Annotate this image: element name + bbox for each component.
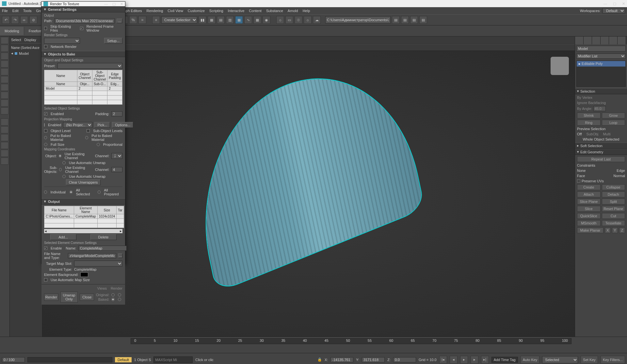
constraint-face[interactable]: Face: [577, 174, 585, 178]
tree-item[interactable]: ◂ Model: [11, 51, 41, 56]
proj-enabled-check[interactable]: [44, 123, 45, 127]
filter-space-icon[interactable]: [1, 84, 8, 91]
ribbon-tab-modeling[interactable]: Modeling: [0, 27, 24, 35]
se-sort-header[interactable]: Name (Sorted Asce: [11, 46, 41, 50]
section-selection[interactable]: ▾ Selection: [575, 88, 627, 94]
next-frame-icon[interactable]: ▸: [471, 356, 478, 364]
maximize-icon[interactable]: ▢: [613, 2, 616, 6]
scroll-right-icon[interactable]: ▸: [120, 229, 122, 233]
unwrap-only-button[interactable]: Unwrap Only: [60, 292, 78, 303]
object-name-input[interactable]: [576, 46, 626, 52]
menu-item[interactable]: Interactive: [228, 9, 245, 13]
menu-item[interactable]: File: [2, 9, 8, 13]
cp-utilities-icon[interactable]: [618, 37, 626, 44]
scroll-left-icon[interactable]: ◂: [45, 229, 47, 233]
options-button[interactable]: Options...: [112, 122, 133, 128]
skip-existing-check[interactable]: [44, 27, 47, 30]
layers-icon[interactable]: ▤: [217, 16, 225, 24]
dialog-minimize-icon[interactable]: —: [104, 2, 108, 6]
saveas-icon[interactable]: ▤: [419, 16, 427, 24]
delete-button[interactable]: Delete: [90, 234, 117, 240]
cp-motion-icon[interactable]: [601, 37, 609, 44]
grow-button[interactable]: Grow: [602, 113, 625, 118]
proj-modifier-select[interactable]: (No Projec…Modifier): [63, 122, 92, 128]
filter-geom-icon[interactable]: [1, 45, 8, 52]
dialog-close-icon[interactable]: ✕: [120, 2, 123, 6]
repeat-last-button[interactable]: Repeat Last: [577, 156, 625, 162]
display2-icon[interactable]: [1, 126, 8, 133]
display5-icon[interactable]: [1, 150, 8, 157]
menu-item[interactable]: Civil View: [168, 9, 183, 13]
channel-select[interactable]: 2: [111, 153, 122, 159]
model-mesh[interactable]: [182, 51, 425, 292]
mirror-icon[interactable]: ▮▮: [199, 16, 206, 24]
edit-named-icon[interactable]: ≡: [152, 16, 160, 24]
create-selection-select[interactable]: Create Selection Se: [161, 16, 197, 23]
output-table[interactable]: File Name Element Name Size Tar C:\Photo…: [44, 206, 124, 228]
keyfilters-button[interactable]: Key Filters...: [601, 356, 625, 364]
snap-icon[interactable]: ⌗: [138, 16, 146, 24]
dialog-maximize-icon[interactable]: ▢: [112, 2, 116, 6]
filter-light-icon[interactable]: [1, 60, 8, 68]
constraint-edge[interactable]: Edge: [617, 169, 625, 173]
cp-display-icon[interactable]: [609, 37, 618, 44]
menu-item[interactable]: Edit: [12, 9, 19, 13]
rollup-general-header[interactable]: ▾ General Settings: [41, 6, 125, 12]
msmooth-button[interactable]: MSmooth: [577, 220, 601, 226]
enable-check[interactable]: [44, 247, 47, 250]
add-button[interactable]: Add...: [50, 234, 76, 240]
goto-end-icon[interactable]: ▸|: [481, 356, 489, 364]
bake-objects-table[interactable]: Name Object Channel Sub-Object Channel E…: [44, 70, 122, 105]
clear-unwrappers-button[interactable]: Clear Unwrappers: [66, 179, 101, 185]
se-tab-select[interactable]: Select: [11, 38, 21, 42]
cp-hierarchy-icon[interactable]: [592, 37, 601, 44]
y-input[interactable]: [362, 357, 385, 362]
filter-shape-icon[interactable]: [1, 53, 8, 60]
project-path-input[interactable]: [325, 16, 391, 23]
split-button[interactable]: Split: [602, 199, 625, 205]
element-name-input[interactable]: [78, 246, 127, 251]
file-name-input[interactable]: [68, 253, 116, 258]
se-tab-display[interactable]: Display: [24, 38, 36, 42]
play-icon[interactable]: ▸: [460, 356, 468, 364]
menu-item[interactable]: Scripting: [209, 9, 223, 13]
menu-item[interactable]: Arnold: [288, 9, 298, 13]
display6-icon[interactable]: [1, 158, 8, 165]
loop-button[interactable]: Loop: [602, 120, 625, 126]
material-icon[interactable]: ◉: [263, 16, 270, 24]
shrink-button[interactable]: Shrink: [577, 113, 601, 118]
constraint-normal[interactable]: Normal: [614, 174, 625, 178]
workspace-select[interactable]: Default: [603, 8, 625, 13]
use-auto-radio[interactable]: [62, 161, 66, 164]
z-button[interactable]: Z: [619, 227, 625, 233]
keymode-select[interactable]: Selected: [542, 356, 578, 363]
time-ruler[interactable]: 0510152025303540455055606570758085909510…: [131, 338, 571, 344]
z-input[interactable]: [393, 357, 416, 362]
add-time-tag[interactable]: Add Time Tag: [491, 357, 518, 363]
attach-button[interactable]: Attach: [577, 191, 601, 197]
x-button[interactable]: X: [605, 227, 611, 233]
save-icon[interactable]: ▤: [410, 16, 418, 24]
preset-select[interactable]: [57, 63, 122, 69]
scene-explorer-icon[interactable]: ▦: [235, 16, 243, 24]
link-icon[interactable]: ∞: [20, 16, 28, 24]
padding-spinner[interactable]: [111, 111, 122, 116]
align-icon[interactable]: ▦: [208, 16, 216, 24]
redo-icon[interactable]: ↷: [11, 16, 19, 24]
render-preset-select[interactable]: [44, 38, 80, 44]
render-iter-icon[interactable]: ☼: [304, 16, 312, 24]
frame-input[interactable]: [2, 357, 25, 362]
schematic-icon[interactable]: ▦: [253, 16, 261, 24]
render-icon[interactable]: ☉: [295, 16, 302, 24]
element-bg-swatch[interactable]: [80, 272, 88, 277]
menu-item[interactable]: Substance: [266, 9, 283, 13]
setkey-button[interactable]: Set Key: [581, 356, 598, 364]
prev-frame-icon[interactable]: ◂: [450, 356, 458, 364]
display-toggle-icon[interactable]: [1, 118, 8, 126]
section-edit-geometry[interactable]: ▾ Edit Geometry: [575, 149, 627, 155]
all-selected-radio[interactable]: [70, 190, 72, 194]
menu-item[interactable]: Content: [249, 9, 262, 13]
menu-item[interactable]: Rendering: [147, 9, 163, 13]
filter-xref-icon[interactable]: [1, 107, 8, 114]
x-input[interactable]: [330, 357, 353, 362]
